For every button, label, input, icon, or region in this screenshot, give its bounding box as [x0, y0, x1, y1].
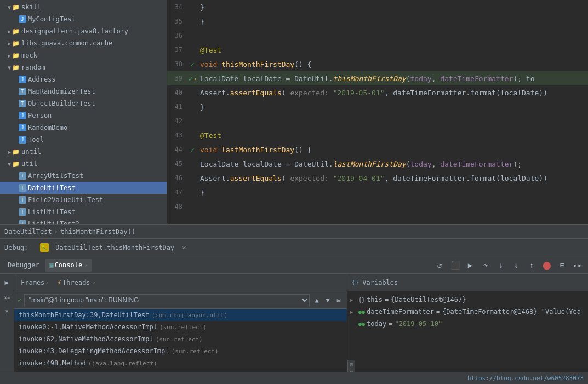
tree-item-RandomDemo[interactable]: JRandomDemo [0, 122, 167, 134]
tree-item-DateUtilTest[interactable]: TDateUtilTest [0, 182, 167, 194]
thread-dropdown[interactable]: "main"@1 in group "main": RUNNING [24, 294, 310, 306]
tree-icon-DateUtilTest: T [19, 184, 26, 192]
restart-btn[interactable]: ↺ [432, 259, 447, 272]
tree-item-ListUtilTest[interactable]: TListUtilTest [0, 206, 167, 218]
frame-name-5: invoke:498, [19, 359, 62, 367]
tree-arrow-libs.guava: ▶ [8, 41, 11, 47]
stop-btn[interactable]: ⬛ [448, 259, 462, 272]
tree-icon-ListUtilTest: T [19, 208, 26, 216]
tree-item-MyConfigTest[interactable]: JMyConfigTest [0, 13, 167, 25]
line-content-47: } [198, 188, 204, 197]
thread-arrows: ▲ ▼ ⊟ [312, 295, 344, 305]
line-content-41: } [198, 103, 204, 111]
tree-item-MapRandomizerTest[interactable]: TMapRandomizerTest [0, 85, 167, 98]
step-over-btn[interactable]: ↷ [478, 259, 493, 272]
var-row-1[interactable]: ▶●●dateTimeFormatter = {DateTimeFormatte… [347, 306, 588, 318]
stack-frame-5[interactable]: invoke:498, Method(java.lang.reflect) [14, 357, 347, 369]
run-icon[interactable]: ▶ [1, 276, 13, 288]
frame-name-4: invoke:43, [19, 347, 58, 355]
tree-item-Address[interactable]: JAddress [0, 73, 167, 85]
line-number-44: 44 [167, 146, 187, 153]
evaluate-btn[interactable]: ⊟ [555, 259, 569, 272]
step-out-btn[interactable]: ↑ [524, 259, 539, 272]
tree-item-ListUtilTest2[interactable]: TListUtilTest2 [0, 218, 167, 224]
tab-console[interactable]: ▣ Console ↗ [45, 259, 92, 272]
stack-frame-4[interactable]: invoke:43, DelegatingMethodAccessorImpl(… [14, 345, 347, 357]
tree-item-Tool[interactable]: JTool [0, 134, 167, 146]
tree-item-libs.guava[interactable]: ▶ 📁libs.guava.common.cache [0, 37, 167, 49]
main-editor-area: ▼ 📁skillJMyConfigTest▶ 📁designpattern.ja… [0, 0, 588, 225]
line-gutter-38: ✓ [187, 60, 198, 68]
step-into-btn[interactable]: ↓ [494, 259, 508, 272]
tab-threads[interactable]: ⚡ Threads ↗ [54, 278, 99, 288]
tree-item-skill[interactable]: ▼ 📁skill [0, 1, 167, 13]
frame-pkg-5: (java.lang.reflect) [88, 360, 157, 367]
line-number-45: 45 [167, 160, 187, 168]
tree-item-until[interactable]: ▶ 📁until [0, 146, 167, 158]
frame-class-3: NativeMethodAccessorImpl [58, 335, 153, 343]
tree-item-mock[interactable]: ▶ 📁mock [0, 49, 167, 61]
threads-ext-icon: ↗ [93, 280, 95, 285]
vars-copy-btn[interactable]: ⊡ [349, 361, 355, 368]
run-to-btn[interactable]: ⬤ [540, 259, 554, 272]
thread-filter-btn[interactable]: ⊟ [334, 295, 344, 305]
tree-icon-designpattern: 📁 [12, 28, 20, 35]
console-ext-icon: ↗ [84, 262, 88, 268]
tree-label-util: util [21, 160, 37, 168]
code-line-34: 34 } [167, 0, 588, 14]
tree-label-ListUtilTest2: ListUtilTest2 [28, 220, 79, 224]
tree-icon-ArrayUtilsTest: T [19, 172, 26, 180]
check-icon: ✓ [189, 74, 193, 83]
tree-item-ArrayUtilsTest[interactable]: TArrayUtilsTest [0, 170, 167, 182]
tree-item-Field2ValueUtilTest[interactable]: TField2ValueUtilTest [0, 194, 167, 206]
frame-pkg-2: (sun.reflect) [159, 324, 207, 331]
move-to-top-icon[interactable]: ⤒ [1, 307, 13, 319]
tree-item-random[interactable]: ▼ 📁random [0, 61, 167, 73]
code-line-46: 46 Assert.assertEquals( expected: "2019-… [167, 171, 588, 185]
variables-header: {} Variables [347, 274, 588, 291]
line-number-47: 47 [167, 188, 187, 196]
tree-item-ObjectBuilderTest[interactable]: TObjectBuilderTest [0, 98, 167, 110]
breadcrumb-file: DateUtilTest [4, 228, 52, 236]
tab-frames[interactable]: Frames ↗ [18, 278, 52, 288]
thread-up-btn[interactable]: ▲ [312, 295, 322, 305]
debug-close-btn[interactable]: × [182, 243, 186, 251]
line-number-38: 38 [167, 60, 187, 68]
line-number-41: 41 [167, 103, 187, 111]
tree-icon-until: 📁 [12, 148, 20, 156]
resume-btn[interactable]: ▶ [463, 259, 477, 272]
tree-item-util[interactable]: ▼ 📁util [0, 158, 167, 170]
frame-name-1: thisMonthFirstDay:39, [19, 311, 102, 319]
tree-label-until: until [21, 148, 41, 156]
var-icon-1: ●● [358, 308, 367, 316]
tab-debugger[interactable]: Debugger [3, 259, 44, 272]
var-value-2: "2019-05-10" [395, 320, 442, 328]
tree-item-Person[interactable]: JPerson [0, 110, 167, 122]
debug-header: Debug: 🐛 DateUtilTest.thisMonthFirstDay … [0, 239, 588, 256]
frames-ext-icon: ↗ [45, 280, 48, 285]
tree-icon-ListUtilTest2: T [19, 220, 26, 224]
line-number-43: 43 [167, 131, 187, 139]
line-number-42: 42 [167, 117, 187, 125]
line-content-44: void lastMonthFirstDay() { [198, 146, 312, 154]
tree-label-ObjectBuilderTest: ObjectBuilderTest [28, 100, 95, 107]
tree-item-designpattern[interactable]: ▶ 📁designpattern.java8.factory [0, 25, 167, 37]
var-row-2[interactable]: ●●today = "2019-05-10" [347, 318, 588, 330]
stack-frame-2[interactable]: invoke0:-1, NativeMethodAccessorImpl(sun… [14, 321, 347, 333]
stack-frame-3[interactable]: invoke:62, NativeMethodAccessorImpl(sun.… [14, 333, 347, 345]
thread-down-btn[interactable]: ▼ [323, 295, 333, 305]
remove-watches-icon[interactable]: ✕≡ [1, 291, 13, 303]
var-expand-0: ▶ [350, 297, 358, 303]
debug-panel: Debug: 🐛 DateUtilTest.thisMonthFirstDay … [0, 239, 588, 384]
tab-console-label: Console [55, 261, 83, 269]
var-row-0[interactable]: ▶{}this = {DateUtilTest@1467} [347, 294, 588, 306]
stack-frame-1[interactable]: thisMonthFirstDay:39, DateUtilTest(com.c… [14, 309, 347, 321]
code-line-45: 45 LocalDate localDate = DateUtil.lastMo… [167, 157, 588, 171]
tree-icon-MapRandomizerTest: T [19, 88, 26, 95]
trace-btn[interactable]: ▸▸ [570, 259, 585, 272]
tree-label-MapRandomizerTest: MapRandomizerTest [28, 88, 95, 95]
force-step-btn[interactable]: ⇓ [509, 259, 523, 272]
code-line-38: 38✓ void thisMonthFirstDay() { [167, 57, 588, 71]
line-gutter-39: ✓→ [187, 74, 198, 83]
code-line-36: 36 [167, 28, 588, 43]
